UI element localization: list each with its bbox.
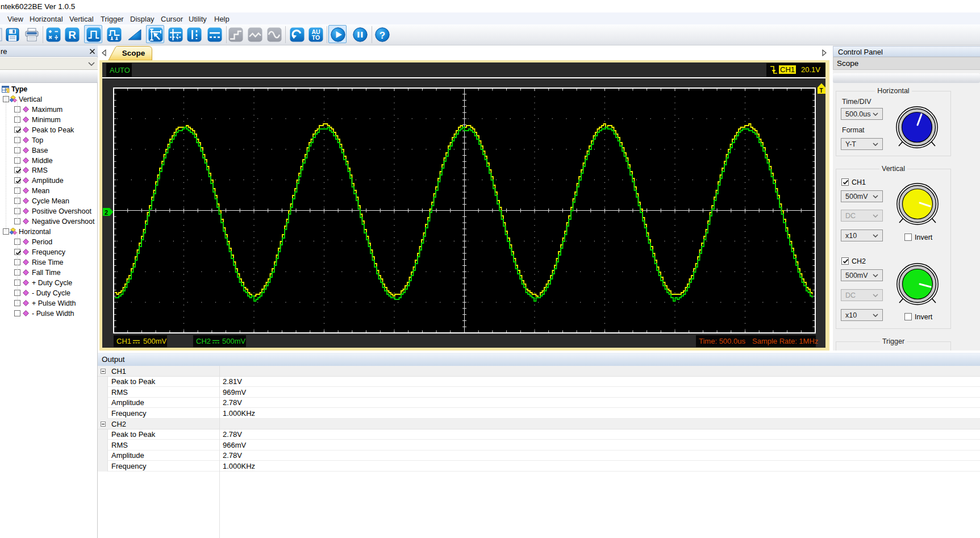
- svg-text:TO: TO: [312, 34, 320, 41]
- svg-text:Scope: Scope: [122, 49, 145, 57]
- svg-text:T: T: [820, 87, 823, 94]
- svg-text:?: ?: [380, 30, 385, 41]
- svg-text:R: R: [68, 29, 76, 41]
- svg-text:2: 2: [105, 209, 108, 216]
